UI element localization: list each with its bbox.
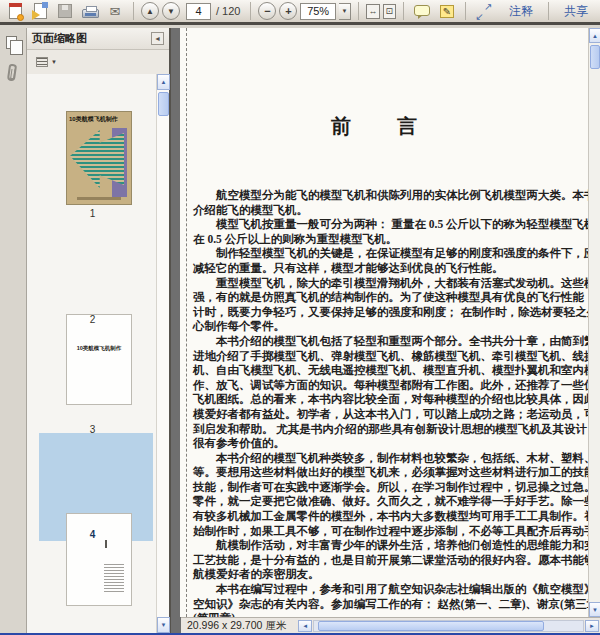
thumbnail-page-3[interactable] bbox=[66, 513, 132, 606]
collapse-panel-button[interactable]: ◄ bbox=[151, 32, 164, 45]
thumbnail-label: 3 bbox=[27, 424, 156, 435]
create-pdf-button[interactable] bbox=[4, 1, 26, 22]
cover-title: 10类航模飞机制作 bbox=[69, 115, 129, 124]
text-line: 到启发和帮助。 尤其是书内介绍的那些具有创新设计思想的模型飞机及其设计 bbox=[193, 422, 600, 437]
text-line: 有较多机械加工金属零件的模型外，本书内大多数模型均可用手工工具制作。初 bbox=[193, 509, 600, 524]
zoom-in-button[interactable]: + bbox=[279, 2, 297, 20]
scrollbar-thumb[interactable] bbox=[590, 45, 600, 69]
page-title: 前 言 bbox=[180, 113, 570, 140]
scroll-down-button[interactable]: ▼ bbox=[157, 617, 170, 633]
previous-page-button[interactable]: ▲ bbox=[141, 2, 159, 20]
email-icon: ✉ bbox=[110, 5, 121, 18]
thumbnail-label: 1 bbox=[27, 208, 156, 219]
navigation-pane-strip bbox=[0, 28, 27, 633]
scroll-up-button[interactable]: ▲ bbox=[589, 28, 600, 43]
title-page-text: 10类航模飞机制作 bbox=[71, 345, 127, 352]
create-pdf-icon bbox=[9, 3, 22, 19]
text-line: 模爱好者都有益处。初学者，从这本书入门，可以踏上成功之路；老运动员，可从本 bbox=[193, 407, 600, 422]
text-line: 飞机图纸。总的看来，本书内容比较全面，对每种模型的介绍也比较具体，因此对 bbox=[193, 392, 600, 407]
text-line: 本书介绍的模型飞机种类较多，制作材料也较繁杂，包括纸、木材、塑料、金属、 bbox=[193, 451, 600, 466]
text-line: 技能，制作者可在实践中逐渐学会。所以，在学习制作过程中，切忌操之过急。每 bbox=[193, 480, 600, 495]
text-line: 机、自由飞模型飞机、无线电遥控模型飞机、模型直升机、模型扑翼机和室内模型飞 bbox=[193, 363, 600, 378]
toolbar-separator bbox=[465, 2, 466, 20]
text-line: 进地介绍了手掷模型飞机、弹射模型飞机、橡筋模型飞机、牵引模型飞机、线操纵 bbox=[193, 349, 600, 364]
annotate-button[interactable]: ✎ bbox=[436, 1, 458, 22]
status-bar: 20.996 x 29.700 厘米 ◄ ► bbox=[181, 617, 600, 633]
annotate-icon: ✎ bbox=[440, 5, 454, 18]
thumbnail-label-selected: 4 bbox=[27, 529, 156, 540]
chevron-down-icon: ▼ bbox=[51, 59, 57, 65]
options-list-icon bbox=[36, 57, 48, 67]
fullscreen-button[interactable]: ↗↙ bbox=[473, 1, 495, 22]
page-total-label: / 120 bbox=[216, 5, 240, 17]
document-vertical-scrollbar[interactable]: ▲ ▼ bbox=[588, 28, 600, 617]
fit-page-button[interactable]: ⊡ bbox=[383, 4, 396, 19]
text-line: 本书介绍的模型飞机包括了轻型和重型两个部分。全书共分十章，由简到繁， bbox=[193, 334, 600, 349]
page-body: 航空模型分为能飞的模型飞机和供陈列用的实体比例飞机模型两大类。本书 介绍能飞的模… bbox=[193, 188, 600, 617]
text-line: 零件，就一定要把它做准确、做好。久而久之，就不难学得一手好手艺。除一些较 bbox=[193, 494, 600, 509]
text-line: 航空模型分为能飞的模型飞机和供陈列用的实体比例飞机模型两大类。本书 bbox=[193, 188, 600, 203]
comments-panel-link[interactable]: 注释 bbox=[509, 3, 533, 20]
text-line: 空知识》杂志的有关内容。参加编写工作的有： 赵然(第一、二章)、谢京(第三章)、 bbox=[193, 597, 600, 612]
zoom-dropdown-button[interactable]: ▼ bbox=[339, 3, 351, 20]
text-line: 制作轻型模型飞机的关键是，在保证模型有足够的刚度和强度的条件下，应尽 bbox=[193, 246, 600, 261]
comment-bubble-button[interactable] bbox=[411, 1, 433, 22]
document-pane: 前 言 航空模型分为能飞的模型飞机和供陈列用的实体比例飞机模型两大类。本书 介绍… bbox=[171, 28, 600, 633]
page3-mark bbox=[105, 540, 107, 548]
text-line: 减轻它的重量。只有这样，模型才能够达到优良的飞行性能。 bbox=[193, 261, 600, 276]
attachments-tab-icon[interactable] bbox=[7, 64, 17, 82]
text-line: 在 0.5 公斤以上的则称为重型模型飞机。 bbox=[193, 232, 600, 247]
scroll-up-button[interactable]: ▲ bbox=[157, 74, 170, 90]
page3-text-block bbox=[104, 564, 124, 592]
cover-art-arrow bbox=[70, 130, 124, 188]
toolbar-separator bbox=[358, 2, 359, 20]
open-file-button[interactable] bbox=[29, 1, 51, 22]
scroll-down-button[interactable]: ▼ bbox=[589, 602, 600, 617]
email-button[interactable]: ✉ bbox=[104, 1, 126, 22]
save-button[interactable] bbox=[54, 1, 76, 22]
text-line: 很有参考价值的。 bbox=[193, 436, 600, 451]
toolbar-separator bbox=[548, 2, 549, 20]
thumbnail-page-1[interactable]: 10类航模飞机制作 bbox=[66, 111, 132, 205]
scroll-left-button[interactable]: ◄ bbox=[298, 620, 312, 632]
text-line: 强，有的就是仿照真飞机的结构制作的。为了使这种模型具有优良的飞行性能，在 bbox=[193, 290, 600, 305]
page-number-input[interactable] bbox=[186, 3, 211, 20]
document-page[interactable]: 前 言 航空模型分为能飞的模型飞机和供陈列用的实体比例飞机模型两大类。本书 介绍… bbox=[180, 28, 600, 617]
document-horizontal-scrollbar[interactable] bbox=[313, 620, 584, 632]
open-file-icon bbox=[34, 3, 47, 19]
scrollbar-thumb[interactable] bbox=[318, 621, 544, 631]
comment-bubble-icon bbox=[414, 5, 430, 16]
zoom-level-input[interactable]: 75% bbox=[300, 3, 335, 20]
next-page-button[interactable]: ▼ bbox=[162, 2, 180, 20]
page-thumbnails-tab-icon[interactable] bbox=[6, 36, 17, 49]
thumbnail-page-2[interactable]: 10类航模飞机制作 bbox=[66, 314, 132, 405]
thumbnail-label: 2 bbox=[27, 314, 156, 325]
zoom-out-button[interactable]: − bbox=[258, 2, 276, 20]
text-line: 计时，既要力争轻巧，又要保持足够的强度和刚度； 在制作时，除选材要轻之外，还 bbox=[193, 305, 600, 320]
text-line: 模型飞机按重量一般可分为两种： 重量在 0.5 公斤以下的称为轻型模型飞机 bbox=[193, 217, 600, 232]
thumbnail-panel-header: 页面缩略图 ◄ bbox=[27, 28, 169, 50]
scroll-right-button[interactable]: ► bbox=[585, 620, 599, 632]
toolbar-separator bbox=[133, 2, 134, 20]
text-line: 本书在编写过程中，参考和引用了航空知识杂志社编辑出版的《航空模型》杂 bbox=[193, 582, 600, 597]
text-line: 重型模型飞机，除大的牵引模型滑翔机外，大都装有活塞式发动机。这些模型 bbox=[193, 276, 600, 291]
text-line: 航模爱好者的亲密朋友。 bbox=[193, 567, 600, 582]
page-dimensions-label: 20.996 x 29.700 厘米 bbox=[187, 619, 286, 633]
thumbnail-scrollbar[interactable]: ▲ ▼ bbox=[156, 74, 169, 633]
thumbnail-list: 10类航模飞机制作 1 10类航模飞机制作 2 3 4 目 bbox=[27, 74, 156, 633]
cover-foot-text bbox=[77, 197, 121, 200]
toolbar: ✉ ▲ ▼ / 120 − + 75% ▼ ↔ ⊡ ✎ ↗↙ 注释 共享 bbox=[0, 0, 600, 25]
print-icon bbox=[82, 9, 99, 18]
share-panel-link[interactable]: 共享 bbox=[564, 3, 588, 20]
panel-title: 页面缩略图 bbox=[32, 31, 151, 46]
text-line: 介绍能飞的模型飞机。 bbox=[193, 203, 600, 218]
thumbnail-options-button[interactable]: ▼ bbox=[33, 55, 60, 69]
fit-width-button[interactable]: ↔ bbox=[366, 4, 379, 19]
text-line: 等。要想用这些材料做出好的模型飞机来，必须掌握对这些材料进行加工的技能， bbox=[193, 465, 600, 480]
toolbar-separator bbox=[250, 2, 251, 20]
expand-icon: ↗↙ bbox=[476, 3, 493, 20]
scrollbar-thumb[interactable] bbox=[158, 92, 169, 116]
text-line: 始制作时，如果工具不够，可在制作过程中逐步添制，不必等工具配齐后再动手。 bbox=[193, 524, 600, 539]
print-button[interactable] bbox=[79, 1, 101, 22]
thumbnail-options-row: ▼ bbox=[27, 50, 169, 74]
